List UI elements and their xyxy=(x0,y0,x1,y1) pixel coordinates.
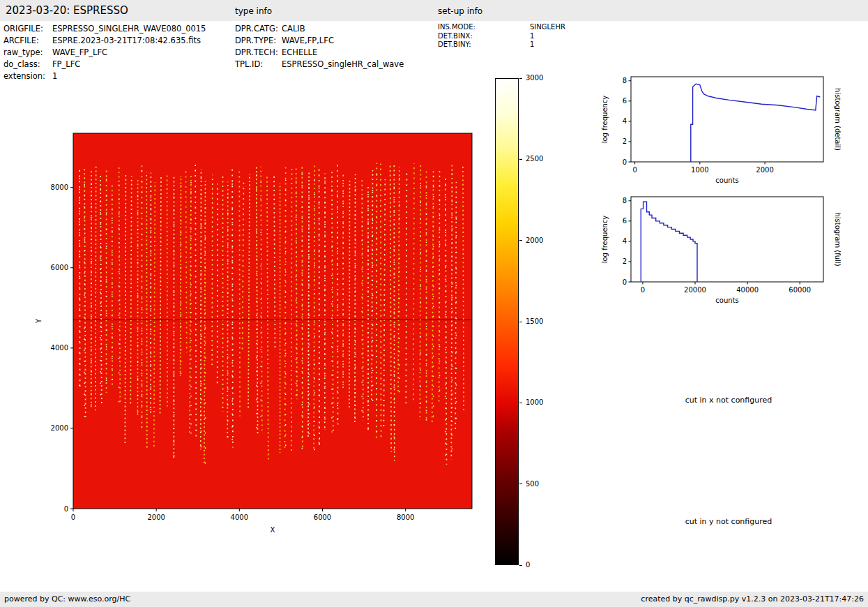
footer-bar: powered by QC: www.eso.org/HC created by… xyxy=(0,592,868,607)
colorbar-tick-label: 1000 xyxy=(526,398,543,407)
file-info-row: do_class:FP_LFC xyxy=(3,59,206,70)
footer-right-text: created by qc_rawdisp.py v1.2.3 on 2023-… xyxy=(641,594,864,604)
type-info-row: DPR.TECH:ECHELLE xyxy=(235,47,404,59)
svg-text:60000: 60000 xyxy=(789,286,811,294)
field-label: extension: xyxy=(3,70,52,82)
svg-text:log frequency: log frequency xyxy=(601,216,609,264)
colorbar-tickmark xyxy=(519,78,522,79)
setup-info-row: DET.BINY:1 xyxy=(438,40,565,50)
colorbar-tickmark xyxy=(519,159,522,160)
field-value: 1 xyxy=(530,40,534,50)
file-info-row: ORIGFILE:ESPRESSO_SINGLEHR_WAVE080_0015 xyxy=(3,23,206,35)
file-info-block: ORIGFILE:ESPRESSO_SINGLEHR_WAVE080_0015 … xyxy=(3,23,206,82)
field-label: INS.MODE: xyxy=(438,23,530,32)
svg-text:4: 4 xyxy=(623,237,627,245)
field-label: ARCFILE: xyxy=(3,35,52,47)
field-value: 1 xyxy=(52,70,57,82)
raw-image-plot: 0200040006000800002000400060008000XY xyxy=(31,128,485,548)
field-label: do_class: xyxy=(3,59,52,70)
colorbar-ticks: 050010001500200025003000 xyxy=(495,78,561,565)
field-value: ESPRESSO_singleHR_cal_wave xyxy=(282,59,404,70)
field-value: SINGLEHR xyxy=(530,23,565,32)
colorbar-tickmark xyxy=(519,565,522,566)
svg-text:0: 0 xyxy=(623,278,627,286)
field-value: ECHELLE xyxy=(282,47,317,59)
field-value: CALIB xyxy=(282,23,305,35)
svg-text:0: 0 xyxy=(623,158,627,166)
setup-info-row: DET.BINX:1 xyxy=(438,32,565,41)
type-info-row: DPR.CATG:CALIB xyxy=(235,23,404,35)
svg-text:histogram (full): histogram (full) xyxy=(834,212,841,266)
field-value: 1 xyxy=(530,32,534,41)
colorbar-tickmark xyxy=(519,322,522,322)
colorbar-tickmark xyxy=(519,484,522,484)
field-label: DPR.TYPE: xyxy=(235,35,282,47)
colorbar-tick-label: 2500 xyxy=(526,155,543,163)
cut-y-note: cut in y not configured xyxy=(659,517,798,526)
field-label: DPR.TECH: xyxy=(235,47,282,59)
svg-text:2000: 2000 xyxy=(147,514,165,521)
colorbar: 050010001500200025003000 xyxy=(495,78,561,565)
type-info-row: TPL.ID:ESPRESSO_singleHR_cal_wave xyxy=(235,59,404,70)
histogram-full-plot: 020000400006000002468countslog frequency… xyxy=(598,188,841,317)
field-value: ESPRESSO_SINGLEHR_WAVE080_0015 xyxy=(52,23,206,35)
setup-info-block: INS.MODE:SINGLEHR DET.BINX:1 DET.BINY:1 xyxy=(438,23,565,50)
header-bar: 2023-03-20: ESPRESSO type info set-up in… xyxy=(0,0,868,21)
svg-text:histogram (detail): histogram (detail) xyxy=(834,88,841,151)
field-label: raw_type: xyxy=(3,47,52,59)
svg-text:Y: Y xyxy=(35,318,43,324)
svg-text:4: 4 xyxy=(623,117,627,125)
field-value: WAVE_FP_LFC xyxy=(52,47,107,59)
svg-text:8000: 8000 xyxy=(397,514,414,521)
svg-text:2000: 2000 xyxy=(51,424,68,432)
svg-text:6: 6 xyxy=(623,217,627,225)
colorbar-tickmark xyxy=(519,403,522,403)
svg-text:8: 8 xyxy=(623,197,627,204)
colorbar-tick-label: 2000 xyxy=(526,237,543,245)
svg-text:4000: 4000 xyxy=(231,514,248,521)
footer-left-text: powered by QC: www.eso.org/HC xyxy=(4,594,130,604)
field-label: TPL.ID: xyxy=(235,59,282,70)
svg-text:8: 8 xyxy=(623,77,627,84)
field-label: DET.BINX: xyxy=(438,32,530,41)
colorbar-tick-label: 3000 xyxy=(526,74,543,82)
cut-x-note: cut in x not configured xyxy=(659,396,798,405)
field-label: DPR.CATG: xyxy=(235,23,282,35)
colorbar-tick-label: 1500 xyxy=(526,317,543,326)
svg-text:counts: counts xyxy=(715,177,738,184)
field-value: ESPRE.2023-03-21T17:08:42.635.fits xyxy=(52,35,201,47)
svg-text:0: 0 xyxy=(64,505,68,513)
svg-text:counts: counts xyxy=(715,297,738,304)
field-value: WAVE,FP,LFC xyxy=(282,35,334,47)
type-info-block: DPR.CATG:CALIB DPR.TYPE:WAVE,FP,LFC DPR.… xyxy=(235,23,404,70)
svg-text:0: 0 xyxy=(641,286,645,294)
svg-text:1000: 1000 xyxy=(691,166,708,174)
field-label: ORIGFILE: xyxy=(3,23,52,35)
svg-text:8000: 8000 xyxy=(51,183,68,191)
setup-info-heading: set-up info xyxy=(438,6,482,16)
setup-info-row: INS.MODE:SINGLEHR xyxy=(438,23,565,32)
svg-text:4000: 4000 xyxy=(51,344,68,352)
colorbar-tick-label: 500 xyxy=(526,480,539,488)
svg-text:40000: 40000 xyxy=(736,286,759,294)
svg-text:log frequency: log frequency xyxy=(601,96,609,144)
colorbar-tickmark xyxy=(519,240,522,241)
svg-text:6000: 6000 xyxy=(51,264,68,271)
svg-text:20000: 20000 xyxy=(684,286,706,294)
page-title: 2023-03-20: ESPRESSO xyxy=(6,4,128,17)
colorbar-tick-label: 0 xyxy=(526,561,530,569)
type-info-heading: type info xyxy=(235,6,272,16)
svg-text:X: X xyxy=(271,526,275,534)
svg-text:2: 2 xyxy=(623,257,627,265)
svg-text:6: 6 xyxy=(623,97,627,105)
svg-text:0: 0 xyxy=(632,166,637,174)
file-info-row: ARCFILE:ESPRE.2023-03-21T17:08:42.635.fi… xyxy=(3,35,206,47)
field-label: DET.BINY: xyxy=(438,40,530,50)
svg-text:2000: 2000 xyxy=(756,166,773,174)
type-info-row: DPR.TYPE:WAVE,FP,LFC xyxy=(235,35,404,47)
svg-text:2: 2 xyxy=(623,137,627,145)
file-info-row: raw_type:WAVE_FP_LFC xyxy=(3,47,206,59)
file-info-row: extension:1 xyxy=(3,70,206,82)
histogram-detail-plot: 01000200002468countslog frequencyhistogr… xyxy=(598,68,841,197)
svg-text:0: 0 xyxy=(71,514,75,521)
